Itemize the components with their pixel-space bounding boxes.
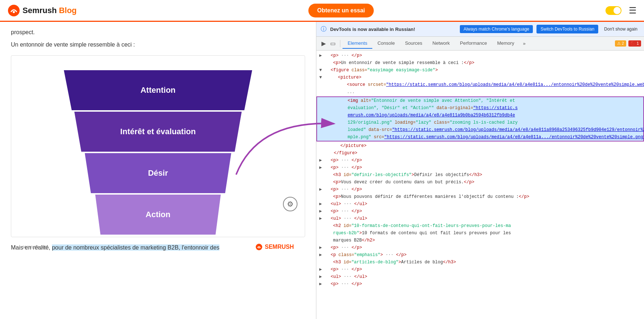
code-line: <p> Un entonnoir de vente simple ressemb…: [316, 59, 644, 67]
inspect-element-icon[interactable]: ▶: [319, 39, 328, 48]
code-line-selected: loaded" data-src= "https://static.semrus…: [317, 126, 643, 133]
code-line: ▶ <p> ··· </p>: [316, 266, 644, 273]
semrush-brand-icon: [255, 243, 263, 251]
tab-memory[interactable]: Memory: [492, 38, 519, 49]
main-content-area: prospect. Un entonnoir de vente simple r…: [0, 22, 644, 319]
hamburger-menu[interactable]: ☰: [629, 5, 637, 16]
funnel-footer: semrush.com SEMRUSH: [19, 240, 297, 254]
warning-badge: ⚠ 2: [615, 40, 626, 47]
devtools-badges: ⚠ 2 🚫 1: [615, 40, 641, 47]
svg-point-0: [8, 5, 20, 16]
funnel-action: Action: [93, 195, 223, 235]
notification-icon: ⓘ: [321, 25, 327, 33]
funnel-interet: Intérêt et évaluation: [71, 112, 245, 152]
code-line: ▶ <p> ··· </p>: [316, 164, 644, 171]
funnel-brand: SEMRUSH: [255, 243, 294, 251]
funnel-desir: Désir: [82, 153, 234, 193]
selected-code-block: <img alt= "Entonnoir de vente simple ave…: [316, 96, 644, 141]
code-line: ▼ <picture>: [316, 74, 644, 81]
devtools-panel: ⓘ DevTools is now available in Russian! …: [316, 22, 644, 319]
device-mode-icon[interactable]: ▭: [328, 39, 338, 48]
toolbar-separator: [340, 40, 340, 47]
code-line: </picture>: [316, 142, 644, 149]
logo-accent: Blog: [59, 6, 77, 15]
devtools-notification: ⓘ DevTools is now available in Russian! …: [316, 22, 644, 37]
funnel-wrapper: Attention Intérêt et évaluation Désir Ac…: [19, 70, 297, 236]
funnel-source: semrush.com: [22, 244, 48, 250]
code-line-selected: mple.png" src= "https://static.semrush.c…: [317, 133, 643, 141]
code-line-selected: <img alt= "Entonnoir de vente simple ave…: [317, 97, 643, 104]
code-line: ▶ <p> ··· </p>: [316, 186, 644, 193]
svg-point-1: [13, 11, 15, 13]
code-line: ...: [316, 88, 644, 96]
match-language-button[interactable]: Always match Chrome's language: [460, 25, 533, 33]
devtools-code[interactable]: ▶ <p> ··· </p> <p> Un entonnoir de vente…: [316, 51, 644, 319]
code-line: rques-b2b" > 10 formats de contenu qui o…: [316, 230, 644, 237]
code-line: ▶ <p> ··· </p>: [316, 244, 644, 251]
code-line: ▶ <p class= "emphasis" > ··· </p>: [316, 251, 644, 259]
error-badge: 🚫 1: [628, 40, 641, 47]
code-line: ▶ <p> ··· </p>: [316, 52, 644, 59]
blog-text-top: prospect.: [11, 29, 305, 36]
funnel-attention: Attention: [60, 70, 256, 110]
tab-network[interactable]: Network: [428, 38, 455, 49]
code-line: ▶ <ul> ··· </ul>: [316, 215, 644, 222]
blog-content: prospect. Un entonnoir de vente simple r…: [0, 22, 316, 319]
code-line: <h3 id= "definir-les-objectifs" > Défini…: [316, 171, 644, 179]
tab-sources[interactable]: Sources: [400, 38, 428, 49]
code-line: ▶ <ul> ··· </ul>: [316, 273, 644, 280]
code-line: ▶ <ul> ··· </ul>: [316, 200, 644, 208]
code-line: ▶ <p> ··· </p>: [316, 157, 644, 164]
code-line: <p> Nous pouvons définir de différentes …: [316, 193, 644, 200]
code-line: <p> Vous devez créer du contenu dans un …: [316, 179, 644, 186]
code-line: ▼ <figure class= "easyimage easyimage-si…: [316, 67, 644, 74]
devtools-toolbar: ▶ ▭ Elements Console Sources Network Per…: [316, 37, 644, 51]
funnel-container: Attention Intérêt et évaluation Désir Ac…: [11, 55, 305, 237]
code-line: <source srcset= "https://static.semrush.…: [316, 81, 644, 88]
tab-more[interactable]: »: [519, 39, 529, 48]
tab-elements[interactable]: Elements: [343, 38, 372, 49]
dont-show-again-button[interactable]: Don't show again: [602, 25, 640, 33]
svg-point-3: [258, 247, 259, 248]
code-line-selected: évaluation", "Désir" et "Action"" data-o…: [317, 104, 643, 112]
notification-text: DevTools is now available in Russian!: [330, 27, 456, 32]
header: Semrush Blog Obtenez un essai ☰: [0, 0, 644, 22]
theme-toggle[interactable]: [605, 6, 621, 15]
code-line-selected: 129/original.png" loading= "lazy" class=…: [317, 119, 643, 126]
blog-subheading: Un entonnoir de vente simple ressemble à…: [11, 41, 305, 48]
logo-area: Semrush Blog: [7, 4, 77, 17]
semrush-logo-icon: [7, 4, 20, 17]
code-line: <h3 id= "articles-de-blog" > Articles de…: [316, 259, 644, 266]
devtools-tabs: Elements Console Sources Network Perform…: [343, 38, 529, 49]
tab-performance[interactable]: Performance: [455, 38, 492, 49]
svg-point-2: [256, 244, 262, 250]
cta-button[interactable]: Obtenez un essai: [308, 4, 374, 17]
code-line: <h2 id= "10-formats-de-contenu-qui-ont-f…: [316, 222, 644, 230]
switch-russian-button[interactable]: Switch DevTools to Russian: [536, 25, 598, 33]
logo-name: Semrush: [23, 6, 57, 15]
tab-console[interactable]: Console: [372, 38, 400, 49]
code-line: marques B2B </h2>: [316, 237, 644, 244]
code-line: ▶ <p> ··· </p>: [316, 280, 644, 288]
header-center: Obtenez un essai: [77, 4, 605, 17]
code-line: </figure>: [316, 149, 644, 157]
settings-icon[interactable]: ⚙: [283, 197, 297, 211]
code-line-selected: emrush.com/blog/uploads/media/a4/e8/a4e8…: [317, 112, 643, 119]
header-right: ☰: [605, 5, 637, 16]
code-line: ▶ <p> ··· </p>: [316, 208, 644, 215]
